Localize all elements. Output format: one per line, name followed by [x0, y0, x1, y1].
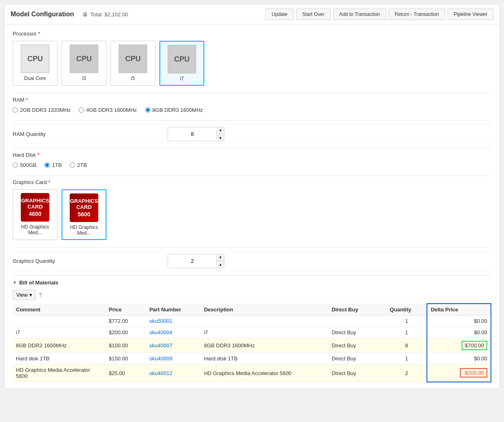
ram-quantity-label: RAM Quantity [13, 131, 168, 137]
cell-direct: Direct Buy [328, 327, 386, 338]
ram-quantity-down[interactable]: ▾ [217, 127, 224, 134]
col-header-delta: Delta Price [427, 304, 491, 315]
delta-value: $0.00 [474, 318, 487, 324]
hard-disk-options: 500GB 1TB 2TB [13, 162, 491, 168]
part-number-link[interactable]: sku40004 [149, 329, 172, 335]
graphics-card-label: Graphics Card * [13, 179, 491, 185]
cell-comment: Hard disk 1TB [13, 353, 106, 364]
part-number-link[interactable]: sku40009 [149, 355, 172, 362]
cpu-option-dual-core[interactable]: CPU Dual Core [13, 41, 57, 86]
col-header-part: Part Number [146, 304, 201, 315]
cell-part: sku50001 [146, 315, 201, 327]
ram-quantity-arrows: ▾ ▴ [217, 127, 224, 141]
cell-qty: 1 [387, 353, 427, 364]
cell-desc: Hard disk 1TB [201, 353, 328, 364]
col-header-price: Price [106, 304, 146, 315]
part-number-link[interactable]: sku40012 [149, 370, 172, 376]
cpu-img-i5: CPU [119, 44, 147, 73]
pipeline-viewer-button[interactable]: Pipeline Viewer [448, 9, 494, 20]
divider-1 [13, 93, 491, 93]
divider-3 [13, 148, 491, 149]
bom-section: ▼ Bill of Materials View ▾ ⊤ Comment Pri… [13, 275, 491, 382]
main-container: Model Configuration 🖥 Total: $2,102.00 U… [4, 4, 500, 389]
graphics-quantity-down[interactable]: ▾ [217, 254, 224, 261]
cell-qty: 2 [387, 364, 427, 382]
bom-filter-icon[interactable]: ⊤ [38, 292, 43, 298]
bom-table-header: Comment Price Part Number Description Di… [13, 304, 491, 315]
cell-qty: 1 [387, 315, 427, 327]
graphics-quantity-row: Graphics Quantity 2 ▾ ▴ [13, 251, 491, 271]
update-button[interactable]: Update [265, 9, 294, 20]
graphics-quantity-label: Graphics Quantity [13, 258, 168, 264]
delta-value: $0.00 [474, 329, 487, 335]
cpu-img-dual-core: CPU [21, 44, 49, 73]
total-value: Total: $2,102.00 [91, 11, 128, 18]
cell-comment: i7 [13, 327, 106, 338]
col-header-desc: Description [201, 304, 328, 315]
ram-option-4gb[interactable]: 4GB DDR3 1600MHz [79, 107, 137, 113]
gc-option-4600[interactable]: GRAPHICS CARD 4600 HD Graphics Med... [13, 189, 57, 240]
cpu-option-i7[interactable]: CPU i7 [159, 41, 204, 86]
content-area: Processor * CPU Dual Core CPU i3 CPU i5 … [4, 24, 500, 389]
divider-4 [13, 175, 491, 176]
cell-delta: $0.00 [427, 353, 491, 364]
table-row: i7 $200.00 sku40004 i7 Direct Buy 1 $0.0… [13, 327, 491, 338]
cell-part: sku40012 [146, 364, 201, 382]
ram-quantity-value: 8 [168, 129, 217, 139]
ram-option-2gb[interactable]: 2GB DDR3 1333MHz [13, 107, 71, 113]
bom-view-label: View [16, 292, 28, 298]
add-to-transaction-button[interactable]: Add to Transaction [333, 9, 386, 20]
cell-qty: 1 [387, 327, 427, 338]
graphics-quantity-up[interactable]: ▴ [217, 261, 224, 268]
ram-label: RAM * [13, 97, 491, 103]
graphics-quantity-arrows: ▾ ▴ [217, 254, 224, 268]
part-number-link[interactable]: sku40007 [149, 342, 172, 349]
gc-img-5600: GRAPHICS CARD 5600 [70, 193, 98, 222]
cell-delta: $0.00 [427, 315, 491, 327]
start-over-button[interactable]: Start Over [296, 9, 331, 20]
part-number-link[interactable]: sku50001 [149, 318, 172, 324]
cell-price: $200.00 [106, 327, 146, 338]
gc-label-5600: HD Graphics Med... [66, 224, 102, 236]
gc-label-4600: HD Graphics Med... [16, 224, 54, 235]
cell-direct [328, 315, 386, 327]
hard-disk-label: Hard Disk * [13, 152, 491, 158]
divider-5 [13, 247, 491, 248]
gc-option-5600[interactable]: GRAPHICS CARD 5600 HD Graphics Med... [62, 189, 106, 240]
return-transaction-button[interactable]: Return - Transaction [389, 9, 445, 20]
cell-price: $25.00 [106, 364, 146, 382]
cell-part: sku40004 [146, 327, 201, 338]
bom-title: Bill of Materials [19, 280, 58, 286]
cpu-option-i3[interactable]: CPU i3 [62, 41, 106, 86]
total-display: 🖥 Total: $2,102.00 [82, 11, 128, 18]
hd-option-500gb[interactable]: 500GB [13, 162, 36, 168]
cell-direct: Direct Buy [328, 353, 386, 364]
hd-option-2tb[interactable]: 2TB [70, 162, 87, 168]
hd-option-1tb[interactable]: 1TB [44, 162, 62, 168]
delta-value: -$200.00 [460, 368, 487, 378]
page-title: Model Configuration [11, 11, 74, 18]
cell-price: $100.00 [106, 338, 146, 353]
ram-quantity-row: RAM Quantity 8 ▾ ▴ [13, 124, 491, 144]
table-row: 8GB DDR3 1600MHz $100.00 sku40007 8GB DD… [13, 338, 491, 353]
cell-part: sku40009 [146, 353, 201, 364]
ram-quantity-up[interactable]: ▴ [217, 134, 224, 141]
cell-comment: HD Graphics Media Accelerator 5600 [13, 364, 106, 382]
ram-quantity-control[interactable]: 8 ▾ ▴ [168, 127, 224, 141]
graphics-quantity-value: 2 [168, 256, 217, 266]
table-row: $772.00 sku50001 1 $0.00 [13, 315, 491, 327]
cell-desc: 8GB DDR3 1600MHz [201, 338, 328, 353]
cell-comment [13, 315, 106, 327]
cpu-img-i7: CPU [168, 45, 196, 73]
cell-direct: Direct Buy [328, 364, 386, 382]
processor-section: Processor * CPU Dual Core CPU i3 CPU i5 … [13, 31, 491, 86]
ram-option-8gb[interactable]: 8GB DDR3 1600MHz [145, 107, 203, 113]
cpu-option-i5[interactable]: CPU i5 [111, 41, 155, 86]
divider-2 [13, 120, 491, 121]
bom-view-button[interactable]: View ▾ [13, 290, 36, 300]
hard-disk-section: Hard Disk * 500GB 1TB 2TB [13, 152, 491, 168]
bom-toolbar: View ▾ ⊤ [13, 290, 491, 300]
bom-collapse-icon[interactable]: ▼ [13, 280, 17, 285]
processor-options: CPU Dual Core CPU i3 CPU i5 CPU i7 [13, 41, 491, 86]
graphics-quantity-control[interactable]: 2 ▾ ▴ [168, 254, 224, 268]
